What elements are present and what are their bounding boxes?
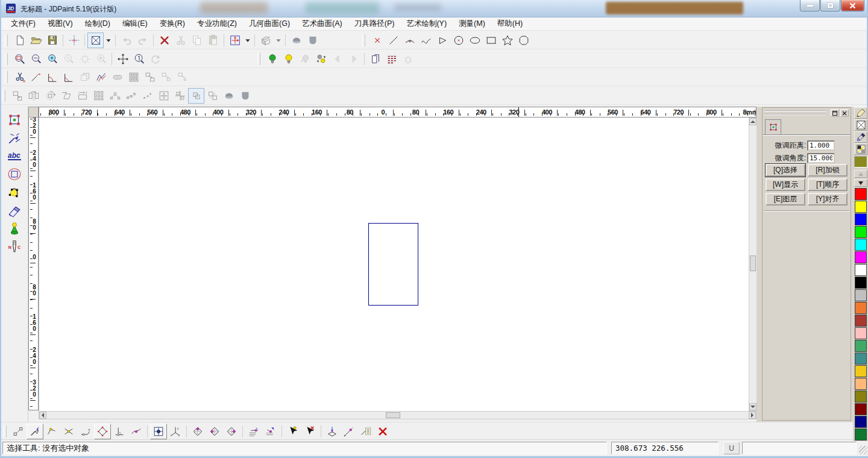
stretch-button[interactable] [74, 88, 90, 104]
palette-scroll-up-button[interactable] [854, 170, 867, 178]
to-layer-1-button[interactable] [142, 69, 158, 85]
draw-polygon-button[interactable] [434, 33, 450, 48]
dome-button[interactable] [288, 33, 304, 48]
array-button[interactable] [90, 88, 107, 104]
no-color-button[interactable] [854, 119, 867, 131]
order-button[interactable]: [T]顺序 [808, 178, 848, 191]
swatch-magenta[interactable] [855, 251, 867, 263]
extend-button[interactable] [28, 69, 44, 85]
menu-item-art-surface[interactable]: 艺术曲面(A) [296, 17, 348, 31]
trim-button[interactable] [11, 69, 28, 85]
zoom-window-button[interactable] [11, 51, 28, 67]
cut-button[interactable] [172, 33, 189, 48]
menu-item-geometry-surface[interactable]: 几何曲面(G) [243, 17, 296, 31]
bulb-off-button[interactable] [297, 51, 313, 67]
swatch-orange[interactable] [855, 302, 867, 314]
swatch-darkred[interactable] [855, 403, 867, 415]
align-button[interactable]: [Y]对齐 [808, 193, 848, 205]
resize-grip[interactable] [859, 446, 867, 454]
snap-grid-button[interactable] [150, 424, 167, 439]
construction-cross-button[interactable] [66, 33, 82, 48]
dropdown-button[interactable] [243, 33, 252, 48]
dome-button[interactable] [221, 88, 237, 104]
swatch-blue[interactable] [855, 213, 867, 225]
layer-pages-button[interactable] [367, 51, 383, 67]
shield-button[interactable] [237, 88, 253, 104]
copy-button[interactable] [189, 33, 205, 48]
pencil-button[interactable] [854, 107, 867, 119]
draw-point-button[interactable] [369, 33, 385, 48]
curve-tool-button[interactable] [4, 184, 25, 201]
prev-page-button[interactable] [329, 51, 345, 67]
scroll-right-button[interactable] [749, 412, 756, 419]
swatch-brick[interactable] [855, 315, 867, 327]
delete-button[interactable] [156, 33, 172, 48]
swatch-pink[interactable] [855, 327, 867, 339]
plane-xz-button[interactable] [223, 424, 240, 439]
slot-button[interactable] [109, 69, 125, 85]
arc-array-button[interactable] [107, 88, 123, 104]
drawn-rectangle[interactable] [368, 223, 418, 306]
zoom-in-button[interactable] [44, 51, 60, 67]
swatch-peach[interactable] [855, 378, 867, 390]
snap-tangent-button[interactable] [77, 424, 94, 439]
menu-item-draw[interactable]: 绘制(D) [79, 17, 116, 31]
snap-move-button[interactable] [324, 424, 341, 439]
vertical-scroll-thumb[interactable] [750, 256, 756, 271]
panel-maximize-button[interactable] [831, 109, 839, 117]
panel-tab-select-tool[interactable] [765, 119, 781, 134]
snap-list-button[interactable] [357, 424, 374, 439]
draw-ellipse-button[interactable] [467, 33, 483, 48]
menu-item-toolpath[interactable]: 刀具路径(P) [348, 17, 401, 31]
menu-item-edit[interactable]: 编辑(E) [116, 17, 154, 31]
offset-sharp-button[interactable] [93, 69, 109, 85]
swatch-seagreen[interactable] [855, 340, 867, 352]
draw-rect-button[interactable] [483, 33, 499, 48]
swap-visibility-button[interactable] [313, 51, 329, 67]
dark-grid-button[interactable] [383, 51, 400, 67]
move-copy-button[interactable] [9, 88, 25, 104]
swatch-cyan[interactable] [855, 239, 867, 251]
scroll-left-button[interactable] [39, 412, 46, 419]
menu-item-measure[interactable]: 测量(M) [453, 17, 491, 31]
lock-button[interactable]: [R]加锁 [808, 164, 848, 177]
panel-grip[interactable] [764, 110, 826, 115]
plane-xy-button[interactable] [189, 424, 206, 439]
swatch-white[interactable] [855, 264, 867, 276]
curve-array-button[interactable] [123, 88, 139, 104]
fillet-button[interactable] [44, 69, 60, 85]
drawing-canvas[interactable] [39, 118, 749, 411]
to-layer-3-button[interactable] [174, 69, 190, 85]
swatch-green[interactable] [855, 226, 867, 238]
layer-button[interactable]: [E]图层 [766, 193, 805, 205]
select-button[interactable]: [Q]选择 [766, 164, 805, 177]
bulb-green-button[interactable] [264, 51, 280, 67]
emboss-tool-button[interactable] [4, 220, 25, 237]
swatch-gold[interactable] [855, 365, 867, 377]
zoom-all-button[interactable] [77, 51, 93, 67]
layer-over-button[interactable] [262, 424, 279, 439]
group-button[interactable] [188, 88, 204, 104]
axes-button[interactable] [227, 33, 243, 48]
select-tool-button[interactable] [4, 111, 25, 128]
mirror-button[interactable] [25, 88, 42, 104]
distribute-button[interactable] [172, 88, 188, 104]
snap-corner-button[interactable] [43, 424, 60, 439]
cube-button[interactable] [257, 33, 274, 48]
close-button[interactable] [841, 0, 864, 11]
rotate-button[interactable] [42, 88, 58, 104]
swatch-olive[interactable] [855, 391, 867, 403]
open-folder-button[interactable] [28, 33, 44, 48]
nudge-angle-input[interactable] [807, 153, 835, 163]
menu-item-help[interactable]: 帮助(H) [491, 17, 529, 31]
ungroup-button[interactable] [204, 88, 221, 104]
zoom-out-button[interactable] [28, 51, 44, 67]
undo-button[interactable] [118, 33, 134, 48]
current-color-swatch[interactable] [854, 156, 867, 168]
snap-coord-button[interactable]: zvx [167, 424, 184, 439]
draw-star-button[interactable] [499, 33, 515, 48]
save-button[interactable] [44, 33, 60, 48]
scatter-button[interactable] [139, 88, 156, 104]
minimize-button[interactable] [800, 0, 820, 11]
pan-button[interactable] [115, 51, 131, 67]
